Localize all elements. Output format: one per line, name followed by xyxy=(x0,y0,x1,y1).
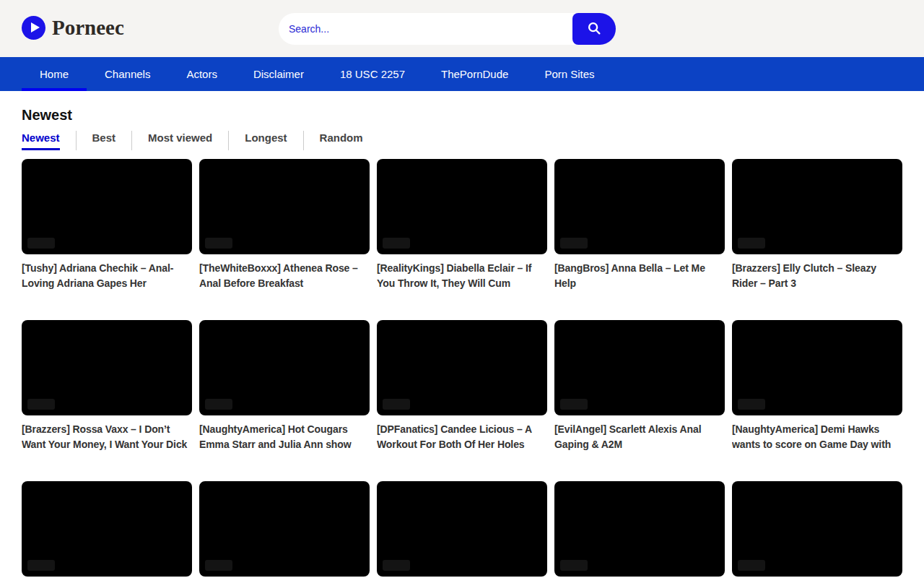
video-title[interactable]: [DPFanatics] Candee Licious – A Workout … xyxy=(377,422,547,452)
search-icon xyxy=(586,20,602,38)
search-button[interactable] xyxy=(572,13,616,45)
nav-item-channels[interactable]: Channels xyxy=(87,57,168,91)
video-thumbnail[interactable] xyxy=(554,159,725,254)
duration-badge xyxy=(738,238,765,249)
video-thumbnail[interactable] xyxy=(732,320,902,415)
sort-tabs: Newest Best Most viewed Longest Random xyxy=(22,131,902,150)
video-card[interactable]: [Brazzers] Rossa Vaxx – I Don’t Want You… xyxy=(22,320,192,452)
main-nav: Home Channels Actors Disclaimer 18 USC 2… xyxy=(0,57,924,91)
video-thumbnail[interactable] xyxy=(199,481,370,577)
duration-badge xyxy=(560,238,588,249)
tab-best[interactable]: Best xyxy=(76,131,132,150)
video-card[interactable]: [NaughtyAmerica] Demi Hawks wants to sco… xyxy=(732,320,902,452)
play-icon xyxy=(22,16,45,40)
video-title[interactable]: [BangBros] Anna Bella – Let Me Help xyxy=(554,261,725,291)
video-thumbnail[interactable] xyxy=(22,159,192,254)
tab-newest[interactable]: Newest xyxy=(22,131,76,150)
video-thumbnail[interactable] xyxy=(22,481,192,577)
video-title[interactable]: [RealityKings] Diabella Eclair – If You … xyxy=(377,261,547,291)
video-title[interactable]: [EvilAngel] Scarlett Alexis Anal Gaping … xyxy=(554,422,725,452)
video-card[interactable] xyxy=(377,481,547,578)
video-thumbnail[interactable] xyxy=(377,481,547,577)
video-thumbnail[interactable] xyxy=(732,159,902,254)
video-card[interactable]: [TheWhiteBoxxx] Athenea Rose – Anal Befo… xyxy=(199,159,370,291)
video-grid: [Tushy] Adriana Chechik – Anal-Loving Ad… xyxy=(22,159,902,578)
video-title[interactable]: [NaughtyAmerica] Demi Hawks wants to sco… xyxy=(732,422,902,452)
video-card[interactable]: [BangBros] Anna Bella – Let Me Help xyxy=(554,159,725,291)
nav-item-disclaimer[interactable]: Disclaimer xyxy=(235,57,322,91)
video-thumbnail[interactable] xyxy=(554,481,725,577)
video-thumbnail[interactable] xyxy=(199,320,370,415)
video-thumbnail[interactable] xyxy=(554,320,725,415)
video-title[interactable]: [Brazzers] Elly Clutch – Sleazy Rider – … xyxy=(732,261,902,291)
video-card[interactable] xyxy=(554,481,725,578)
video-card[interactable] xyxy=(199,481,370,578)
duration-badge xyxy=(560,560,588,571)
video-card[interactable] xyxy=(732,481,902,578)
video-title[interactable]: [NaughtyAmerica] Hot Cougars Emma Starr … xyxy=(199,422,370,452)
video-card[interactable]: [Tushy] Adriana Chechik – Anal-Loving Ad… xyxy=(22,159,192,291)
video-card[interactable]: [DPFanatics] Candee Licious – A Workout … xyxy=(377,320,547,452)
logo-text: Porneec xyxy=(52,16,124,40)
nav-item-18-usc-2257[interactable]: 18 USC 2257 xyxy=(322,57,423,91)
duration-badge xyxy=(27,560,55,571)
tab-longest[interactable]: Longest xyxy=(228,131,302,150)
duration-badge xyxy=(27,238,55,249)
video-thumbnail[interactable] xyxy=(377,159,547,254)
duration-badge xyxy=(560,399,588,410)
tab-most-viewed[interactable]: Most viewed xyxy=(131,131,228,150)
site-header: Porneec xyxy=(0,0,924,57)
duration-badge xyxy=(738,560,765,571)
video-thumbnail[interactable] xyxy=(22,320,192,415)
duration-badge xyxy=(205,238,232,249)
video-card[interactable]: [EvilAngel] Scarlett Alexis Anal Gaping … xyxy=(554,320,725,452)
page-title: Newest xyxy=(22,107,902,124)
video-title[interactable]: [TheWhiteBoxxx] Athenea Rose – Anal Befo… xyxy=(199,261,370,291)
search-form xyxy=(279,13,616,45)
duration-badge xyxy=(205,560,232,571)
video-thumbnail[interactable] xyxy=(377,320,547,415)
video-thumbnail[interactable] xyxy=(199,159,370,254)
duration-badge xyxy=(383,560,410,571)
nav-item-porn-sites[interactable]: Porn Sites xyxy=(526,57,612,91)
video-card[interactable]: [Brazzers] Elly Clutch – Sleazy Rider – … xyxy=(732,159,902,291)
site-logo[interactable]: Porneec xyxy=(22,16,124,40)
video-thumbnail[interactable] xyxy=(732,481,902,577)
nav-item-actors[interactable]: Actors xyxy=(168,57,235,91)
tab-random[interactable]: Random xyxy=(303,131,379,150)
video-title[interactable]: [Tushy] Adriana Chechik – Anal-Loving Ad… xyxy=(22,261,192,291)
video-card[interactable]: [RealityKings] Diabella Eclair – If You … xyxy=(377,159,547,291)
main-content: Newest Newest Best Most viewed Longest R… xyxy=(0,107,924,578)
video-card[interactable]: [NaughtyAmerica] Hot Cougars Emma Starr … xyxy=(199,320,370,452)
duration-badge xyxy=(205,399,232,410)
duration-badge xyxy=(383,399,410,410)
video-card[interactable] xyxy=(22,481,192,578)
duration-badge xyxy=(383,238,410,249)
duration-badge xyxy=(27,399,55,410)
search-input[interactable] xyxy=(279,13,572,45)
nav-item-home[interactable]: Home xyxy=(22,57,87,91)
nav-item-theporndude[interactable]: ThePornDude xyxy=(423,57,526,91)
video-title[interactable]: [Brazzers] Rossa Vaxx – I Don’t Want You… xyxy=(22,422,192,452)
duration-badge xyxy=(738,399,765,410)
